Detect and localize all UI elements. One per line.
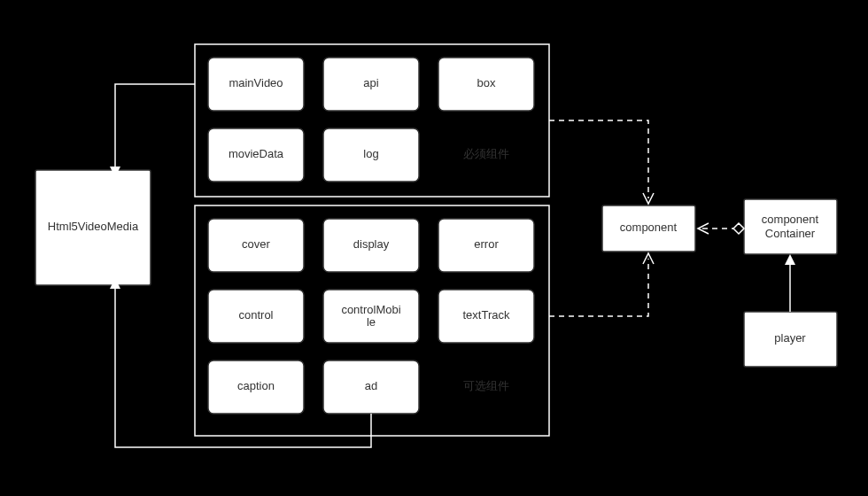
label-html5videomedia: Html5VideoMedia bbox=[48, 220, 139, 233]
label-error: error bbox=[474, 237, 499, 251]
label-moviedata: movieData bbox=[229, 147, 284, 160]
label-cover: cover bbox=[242, 237, 270, 251]
label-texttrack: textTrack bbox=[463, 308, 510, 322]
label-api: api bbox=[363, 76, 378, 89]
label-controlmobile-2: le bbox=[367, 315, 376, 329]
label-player: player bbox=[774, 331, 806, 345]
label-ad: ad bbox=[365, 379, 377, 392]
edge-optional-component bbox=[549, 259, 648, 316]
label-controlmobile-1: controlMobi bbox=[341, 303, 400, 316]
label-component: component bbox=[620, 221, 678, 234]
label-required: 必须组件 bbox=[463, 147, 509, 160]
edge-required-component bbox=[549, 120, 648, 198]
edge-html5-required bbox=[115, 84, 195, 170]
label-display: display bbox=[353, 237, 390, 251]
label-caption: caption bbox=[237, 379, 275, 392]
label-component-container-1: component bbox=[762, 213, 819, 226]
label-box: box bbox=[477, 76, 496, 89]
label-optional: 可选组件 bbox=[463, 379, 509, 392]
label-control: control bbox=[238, 308, 273, 322]
diamond-container bbox=[733, 223, 744, 234]
label-component-container-2: Container bbox=[765, 227, 816, 240]
label-mainvideo: mainVideo bbox=[229, 76, 283, 89]
label-log: log bbox=[363, 147, 378, 160]
arrowhead-player-container bbox=[785, 254, 795, 265]
